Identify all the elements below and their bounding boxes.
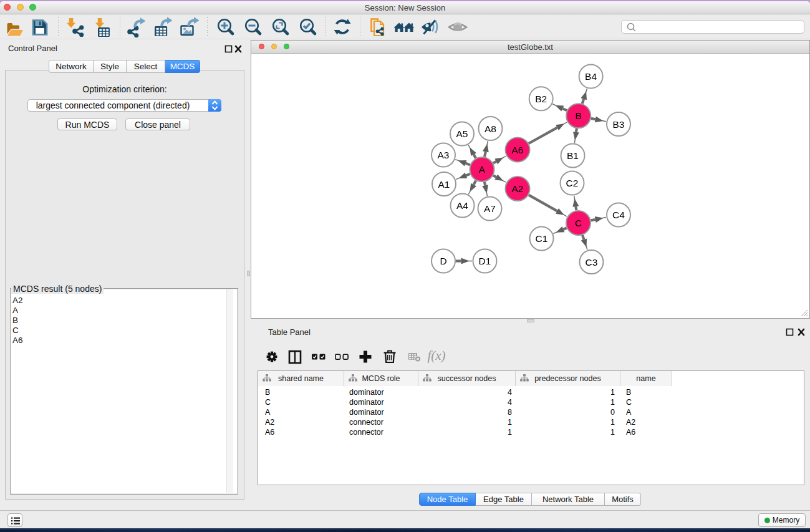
svg-text:D: D <box>440 256 446 266</box>
svg-text:A3: A3 <box>438 150 450 160</box>
svg-text:A2: A2 <box>512 183 524 194</box>
svg-text:C4: C4 <box>612 210 625 220</box>
svg-text:A6: A6 <box>512 145 524 155</box>
svg-text:A5: A5 <box>456 128 468 139</box>
svg-text:A: A <box>479 164 486 175</box>
svg-text:B4: B4 <box>585 71 597 82</box>
svg-text:A4: A4 <box>456 200 468 211</box>
svg-text:B1: B1 <box>567 150 579 161</box>
svg-text:C2: C2 <box>566 178 579 188</box>
svg-text:A1: A1 <box>438 179 450 190</box>
svg-text:A7: A7 <box>484 203 496 214</box>
svg-text:C3: C3 <box>586 257 598 268</box>
svg-text:B2: B2 <box>535 94 547 104</box>
svg-text:A8: A8 <box>485 123 496 134</box>
svg-text:B3: B3 <box>613 119 625 130</box>
svg-text:D1: D1 <box>479 256 491 266</box>
svg-text:B: B <box>576 110 582 121</box>
svg-text:C: C <box>575 218 582 228</box>
svg-text:C1: C1 <box>536 233 548 244</box>
